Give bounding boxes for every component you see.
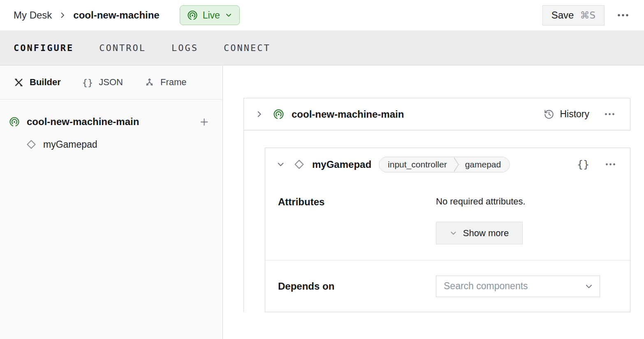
history-icon	[544, 109, 554, 120]
sidebar: Builder {} JSON Frame	[0, 65, 223, 339]
machine-part-title: cool-new-machine-main	[292, 109, 404, 120]
breadcrumb-current: cool-new-machine	[73, 9, 159, 21]
more-menu-button[interactable]	[614, 11, 632, 20]
tree-item-component[interactable]: myGamepad	[0, 134, 222, 155]
chevron-down-icon	[225, 12, 232, 19]
view-tab-json[interactable]: {} JSON	[82, 77, 123, 88]
live-status-label: Live	[203, 10, 220, 21]
attributes-content: No required attributes. Show more	[436, 196, 526, 260]
plus-icon	[199, 117, 209, 127]
badge-separator-chevron-icon	[454, 157, 459, 172]
braces-icon: {}	[577, 158, 589, 170]
tools-icon	[14, 77, 24, 88]
expand-machine-chevron-right-icon[interactable]	[255, 110, 263, 118]
component-card: myGamepad input_controller gamepad {}	[265, 148, 630, 312]
save-shortcut: ⌘S	[580, 10, 595, 21]
tab-connect[interactable]: CONNECT	[224, 43, 271, 53]
top-bar: My Desk cool-new-machine Live Save	[0, 0, 644, 31]
breadcrumb-parent-link[interactable]: My Desk	[14, 9, 52, 21]
tree-item-machine[interactable]: cool-new-machine-main	[0, 111, 222, 132]
depends-on-section: Depends on	[265, 260, 630, 312]
top-bar-actions: Save ⌘S	[542, 5, 632, 26]
component-card-header[interactable]: myGamepad input_controller gamepad {}	[265, 148, 630, 181]
view-toggle: Builder {} JSON Frame	[0, 65, 222, 100]
chevron-down-icon	[450, 230, 457, 237]
attributes-section: Attributes No required attributes. Show …	[265, 181, 630, 260]
machine-icon	[9, 116, 20, 127]
main-panel: cool-new-machine-main History	[223, 65, 644, 339]
code-view-button[interactable]: {}	[575, 156, 592, 173]
view-tab-label: JSON	[99, 77, 123, 88]
breadcrumb: My Desk cool-new-machine	[14, 9, 160, 21]
history-button[interactable]: History	[544, 109, 589, 120]
show-more-label: Show more	[463, 228, 509, 239]
tree-item-label: cool-new-machine-main	[27, 116, 191, 128]
search-components-input[interactable]	[444, 281, 585, 292]
component-title: myGamepad	[312, 159, 371, 170]
history-label: History	[560, 109, 589, 120]
tab-control[interactable]: CONTROL	[99, 43, 146, 53]
tab-bar: CONFIGURE CONTROL LOGS CONNECT	[0, 31, 644, 65]
show-more-button[interactable]: Show more	[436, 222, 523, 244]
machine-icon	[273, 109, 284, 120]
chevron-down-icon	[585, 282, 593, 290]
tab-logs[interactable]: LOGS	[171, 43, 198, 53]
braces-icon: {}	[82, 77, 93, 88]
machine-card-more-button[interactable]	[602, 110, 618, 118]
breadcrumb-separator-icon	[59, 12, 66, 19]
live-status-badge[interactable]: Live	[180, 5, 240, 25]
nested-components-wrapper: myGamepad input_controller gamepad {}	[243, 130, 630, 312]
tree-item-label: myGamepad	[43, 139, 97, 150]
app-window: My Desk cool-new-machine Live Save	[0, 0, 644, 339]
component-diamond-icon	[294, 159, 305, 170]
tab-configure[interactable]: CONFIGURE	[14, 43, 74, 53]
add-resource-button[interactable]	[198, 116, 210, 128]
view-tab-frame[interactable]: Frame	[144, 77, 187, 88]
attributes-label: Attributes	[278, 196, 436, 260]
ellipsis-icon	[617, 13, 629, 17]
collapse-component-chevron-down-icon[interactable]	[277, 160, 285, 168]
view-tab-label: Builder	[30, 77, 61, 88]
depends-on-label: Depends on	[278, 281, 436, 292]
save-button[interactable]: Save ⌘S	[542, 5, 605, 26]
component-type-badge: input_controller gamepad	[379, 157, 510, 172]
component-card-more-button[interactable]	[602, 160, 619, 169]
content-area: Builder {} JSON Frame	[0, 65, 644, 339]
save-label: Save	[551, 9, 574, 21]
frame-axes-icon	[144, 77, 155, 88]
view-tab-builder[interactable]: Builder	[14, 77, 61, 88]
depends-on-select[interactable]	[436, 276, 600, 297]
view-tab-label: Frame	[160, 77, 187, 88]
component-diamond-icon	[26, 139, 37, 150]
machine-live-icon	[187, 10, 198, 21]
badge-model: gamepad	[459, 157, 510, 172]
machine-part-card: cool-new-machine-main History	[243, 98, 630, 130]
resource-tree: cool-new-machine-main myGamepad	[0, 100, 222, 155]
ellipsis-icon	[604, 112, 615, 116]
attributes-empty-text: No required attributes.	[436, 196, 526, 207]
component-card-actions: {}	[575, 156, 619, 173]
ellipsis-icon	[605, 163, 616, 166]
badge-type: input_controller	[379, 157, 454, 172]
